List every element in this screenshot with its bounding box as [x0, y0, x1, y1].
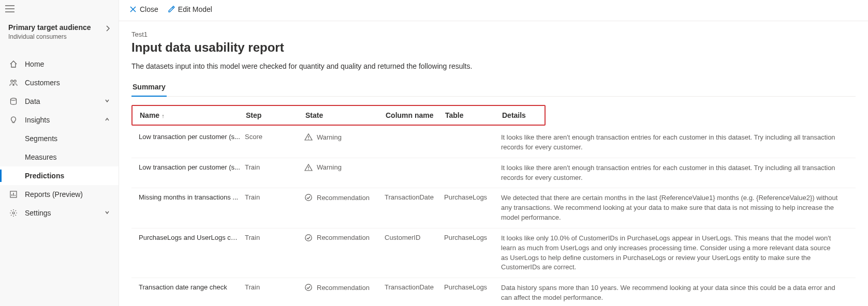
table-row[interactable]: PurchaseLogs and UserLogs cus...TrainRec…	[131, 228, 856, 278]
breadcrumb: Test1	[131, 30, 856, 38]
svg-point-12	[305, 194, 312, 201]
primary-nav: Home Customers Data	[0, 55, 119, 222]
chevron-down-icon	[104, 209, 110, 217]
table-row[interactable]: Transaction date range checkTrainRecomme…	[131, 278, 856, 306]
cell-name: Low transaction per customer (s...	[139, 133, 245, 141]
col-header-column[interactable]: Column name	[386, 111, 445, 119]
cell-details: It looks like there aren't enough transa…	[501, 133, 848, 152]
cell-step: Score	[245, 133, 304, 141]
chevron-right-icon	[105, 25, 110, 34]
results-table-body: Low transaction per customer (s...ScoreW…	[131, 128, 856, 306]
cell-state: Recommendation	[304, 283, 385, 292]
cell-step: Train	[245, 163, 304, 171]
data-icon	[8, 97, 19, 105]
close-button[interactable]: Close	[129, 5, 158, 13]
cell-details: Data history spans more than 10 years. W…	[501, 283, 848, 303]
audience-subtitle: Individual consumers	[8, 33, 91, 40]
reports-icon	[8, 190, 19, 198]
table-row[interactable]: Low transaction per customer (s...ScoreW…	[131, 128, 856, 158]
chevron-up-icon	[104, 116, 110, 124]
nav-data-label: Data	[25, 97, 40, 105]
nav-settings-label: Settings	[25, 209, 51, 217]
nav-home[interactable]: Home	[0, 55, 119, 73]
sidebar: Primary target audience Individual consu…	[0, 0, 119, 306]
svg-point-7	[12, 212, 14, 214]
gear-icon	[8, 209, 19, 217]
nav-customers-label: Customers	[25, 79, 60, 87]
svg-point-13	[305, 235, 312, 241]
cell-state: Recommendation	[304, 234, 385, 242]
recommendation-icon	[304, 283, 313, 292]
svg-point-3	[11, 80, 13, 82]
edit-model-label: Edit Model	[178, 5, 212, 13]
main-content: Close Edit Model Test1 Input data usabil…	[119, 0, 868, 306]
hamburger-icon	[5, 5, 14, 12]
audience-title: Primary target audience	[8, 23, 91, 32]
close-icon	[129, 6, 137, 13]
edit-model-button[interactable]: Edit Model	[168, 5, 212, 13]
cell-name: Transaction date range check	[139, 283, 245, 291]
cell-state: Warning	[304, 133, 385, 141]
nav-customers[interactable]: Customers	[0, 73, 119, 92]
cell-step: Train	[245, 193, 304, 201]
audience-selector[interactable]: Primary target audience Individual consu…	[0, 16, 119, 45]
tabs: Summary	[131, 80, 856, 97]
toolbar: Close Edit Model	[119, 0, 868, 21]
close-label: Close	[140, 5, 158, 13]
nav-predictions-label: Predictions	[25, 172, 64, 180]
nav-settings[interactable]: Settings	[0, 204, 119, 222]
cell-details: It looks like there aren't enough transa…	[501, 163, 848, 183]
page-description: The datasets input into this model were …	[131, 62, 856, 70]
svg-point-11	[308, 169, 309, 170]
table-row[interactable]: Missing months in transactions ...TrainR…	[131, 188, 856, 228]
nav-segments-label: Segments	[25, 134, 57, 143]
tab-summary[interactable]: Summary	[131, 80, 167, 96]
cell-table: PurchaseLogs	[444, 283, 501, 291]
col-header-step[interactable]: Step	[246, 111, 305, 119]
col-header-state[interactable]: State	[305, 111, 386, 119]
tab-summary-label: Summary	[133, 83, 166, 91]
nav-predictions[interactable]: Predictions	[0, 166, 119, 185]
cell-name: PurchaseLogs and UserLogs cus...	[139, 234, 245, 241]
cell-column: TransactionDate	[385, 193, 444, 201]
svg-point-4	[14, 80, 16, 82]
nav-insights[interactable]: Insights	[0, 111, 119, 129]
nav-measures-label: Measures	[25, 153, 56, 161]
chevron-down-icon	[104, 97, 110, 105]
cell-step: Train	[245, 283, 304, 291]
cell-name: Low transaction per customer (s...	[139, 163, 245, 171]
nav-data[interactable]: Data	[0, 92, 119, 111]
cell-state: Recommendation	[304, 193, 385, 202]
cell-name: Missing months in transactions ...	[139, 193, 245, 201]
nav-reports-label: Reports (Preview)	[25, 190, 83, 198]
col-header-name[interactable]: Name↑	[140, 111, 246, 119]
recommendation-icon	[304, 234, 313, 242]
cell-column: TransactionDate	[385, 283, 444, 291]
nav-reports[interactable]: Reports (Preview)	[0, 185, 119, 204]
nav-insights-label: Insights	[25, 116, 50, 124]
svg-point-5	[11, 98, 17, 100]
cell-table: PurchaseLogs	[444, 193, 501, 201]
cell-details: We detected that there are certain month…	[501, 193, 848, 223]
page-title: Input data usability report	[131, 40, 856, 55]
customers-icon	[8, 79, 19, 87]
sort-asc-icon: ↑	[161, 113, 165, 119]
nav-home-label: Home	[25, 60, 44, 68]
warning-icon	[304, 133, 313, 141]
home-icon	[8, 60, 19, 68]
cell-table: PurchaseLogs	[444, 234, 501, 241]
col-header-details[interactable]: Details	[502, 111, 533, 119]
table-row[interactable]: Low transaction per customer (s...TrainW…	[131, 158, 856, 189]
recommendation-icon	[304, 193, 313, 202]
col-header-table[interactable]: Table	[445, 111, 502, 119]
svg-point-14	[305, 284, 312, 290]
cell-column: CustomerID	[385, 234, 444, 241]
edit-icon	[168, 6, 175, 13]
insights-icon	[8, 116, 19, 124]
nav-segments[interactable]: Segments	[0, 129, 119, 148]
cell-step: Train	[245, 234, 304, 241]
nav-measures[interactable]: Measures	[0, 148, 119, 166]
hamburger-menu[interactable]	[0, 2, 119, 16]
cell-state: Warning	[304, 163, 385, 172]
svg-point-9	[308, 139, 309, 140]
